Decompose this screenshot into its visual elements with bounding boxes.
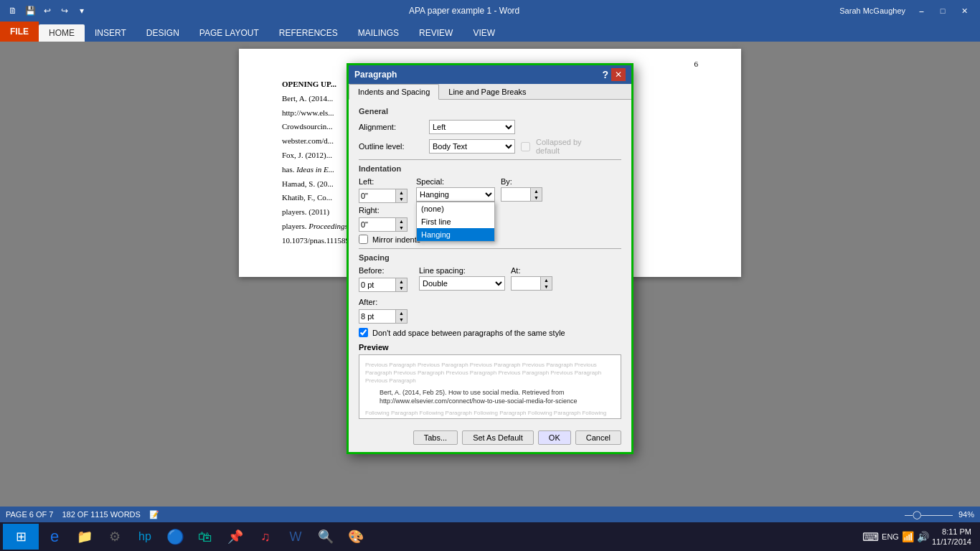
dialog-close-button[interactable]: ✕ <box>611 68 626 81</box>
undo-button[interactable]: ↩ <box>40 4 55 18</box>
dontadd-row: Don't add space between paragraphs of th… <box>359 328 621 337</box>
line-spacing-row: Line spacing: Single 1.5 lines Double At… <box>419 266 552 324</box>
tab-mailings[interactable]: MAILINGS <box>348 24 409 42</box>
at-down-button[interactable]: ▼ <box>540 283 552 290</box>
collapsed-label: Collapsed by default <box>536 138 600 155</box>
close-button[interactable]: ✕ <box>954 4 974 18</box>
ok-button[interactable]: OK <box>538 430 571 445</box>
dialog-titlebar: Paragraph ? ✕ <box>349 65 631 84</box>
tab-design[interactable]: DESIGN <box>136 24 189 42</box>
tab-view[interactable]: VIEW <box>463 24 505 42</box>
save-button[interactable]: 💾 <box>23 4 37 18</box>
indent-right-input[interactable] <box>359 218 395 231</box>
tab-indents-spacing[interactable]: Indents and Spacing <box>349 84 439 100</box>
tab-references[interactable]: REFERENCES <box>269 24 348 42</box>
at-spinbox: ▲ ▼ <box>511 276 552 291</box>
tab-review[interactable]: REVIEW <box>409 24 463 42</box>
at-input[interactable] <box>512 277 540 290</box>
tab-line-page-breaks[interactable]: Line and Page Breaks <box>439 84 535 100</box>
paragraph-dialog: Paragraph ? ✕ Indents and Spacing Line a… <box>347 63 633 454</box>
outline-level-label: Outline level: <box>359 142 423 151</box>
outline-level-row: Outline level: Body Text Collapsed by de… <box>359 138 621 155</box>
indent-right-spinbox: ▲ ▼ <box>359 217 407 232</box>
indent-left-spinbox: ▲ ▼ <box>359 189 407 203</box>
window-title: APA paper example 1 - Word <box>89 6 839 16</box>
before-up-button[interactable]: ▲ <box>395 278 407 285</box>
title-bar: 🗎 💾 ↩ ↪ ▾ APA paper example 1 - Word Sar… <box>0 0 980 22</box>
special-dropdown-open: (none) First line Hanging <box>416 202 495 242</box>
dialog-title: Paragraph <box>354 70 397 80</box>
special-option-none-visible[interactable]: (none) <box>417 202 494 215</box>
quick-access-toolbar: 🗎 💾 ↩ ↪ ▾ <box>6 4 89 18</box>
at-spinbox-buttons: ▲ ▼ <box>540 277 552 290</box>
after-up-button[interactable]: ▲ <box>395 310 407 316</box>
indentation-main-row: Left: ▲ ▼ Right: ▲ ▼ <box>359 177 621 232</box>
after-input[interactable] <box>359 310 395 323</box>
special-label: Special: <box>416 177 495 186</box>
collapsed-checkbox[interactable] <box>521 142 530 151</box>
indent-left-input[interactable] <box>359 189 395 202</box>
general-section-label: General <box>359 107 621 116</box>
line-spacing-label: Line spacing: <box>419 266 505 275</box>
tab-home[interactable]: HOME <box>39 24 85 42</box>
word-icon: 🗎 <box>6 4 20 18</box>
after-label: After: <box>359 298 407 306</box>
customize-button[interactable]: ▾ <box>75 4 89 18</box>
tab-file[interactable]: FILE <box>0 22 39 42</box>
indent-left-col: Left: ▲ ▼ Right: ▲ ▼ <box>359 177 407 232</box>
spacing-main-row: Before: ▲ ▼ After: ▲ ▼ <box>359 266 621 324</box>
minimize-button[interactable]: ‒ <box>911 4 931 18</box>
special-option-firstline-visible[interactable]: First line <box>417 215 494 228</box>
special-container: Special: (none) First line Hanging (none… <box>416 177 495 202</box>
tabs-button[interactable]: Tabs... <box>413 430 458 445</box>
special-select[interactable]: (none) First line Hanging <box>416 187 495 202</box>
dontadd-checkbox[interactable] <box>359 328 368 337</box>
dialog-tabs: Indents and Spacing Line and Page Breaks <box>349 84 631 100</box>
preview-section: Preview Previous Paragraph Previous Para… <box>359 343 621 419</box>
tab-pagelayout[interactable]: PAGE LAYOUT <box>189 24 269 42</box>
spacing-separator <box>359 248 621 249</box>
at-up-button[interactable]: ▲ <box>540 277 552 283</box>
by-down-button[interactable]: ▼ <box>530 194 542 201</box>
dontadd-label: Don't add space between paragraphs of th… <box>372 329 565 337</box>
mirror-indents-label: Mirror indents <box>372 235 420 244</box>
set-default-button[interactable]: Set As Default <box>462 430 534 445</box>
at-container: At: ▲ ▼ <box>511 266 552 291</box>
preview-prev-text: Previous Paragraph Previous Paragraph Pr… <box>365 361 615 385</box>
alignment-label: Alignment: <box>359 123 423 131</box>
after-spinbox: ▲ ▼ <box>359 309 407 324</box>
indent-left-spinbox-buttons: ▲ ▼ <box>395 189 407 202</box>
indent-right-spinbox-buttons: ▲ ▼ <box>395 218 407 231</box>
before-spinbox: ▲ ▼ <box>359 278 407 292</box>
cancel-button[interactable]: Cancel <box>575 430 621 445</box>
alignment-select[interactable]: Left <box>429 120 515 134</box>
indent-right-up-button[interactable]: ▲ <box>395 218 407 225</box>
indent-left-down-button[interactable]: ▼ <box>395 196 407 202</box>
indent-right-down-button[interactable]: ▼ <box>395 225 407 231</box>
outline-level-select[interactable]: Body Text <box>429 139 515 154</box>
redo-button[interactable]: ↪ <box>57 4 72 18</box>
mirror-indents-checkbox[interactable] <box>359 235 368 244</box>
before-down-button[interactable]: ▼ <box>395 285 407 291</box>
after-spinbox-buttons: ▲ ▼ <box>395 310 407 323</box>
spacing-section-label: Spacing <box>359 253 621 262</box>
dialog-help-button[interactable]: ? <box>602 69 608 80</box>
tab-insert[interactable]: INSERT <box>85 24 136 42</box>
by-input[interactable] <box>501 188 530 201</box>
by-up-button[interactable]: ▲ <box>530 188 542 194</box>
by-spinbox-buttons: ▲ ▼ <box>530 188 542 201</box>
indentation-section-label: Indentation <box>359 164 621 173</box>
before-label: Before: <box>359 266 407 275</box>
restore-button[interactable]: □ <box>933 4 953 18</box>
indent-left-label: Left: <box>359 177 407 186</box>
before-input[interactable] <box>359 278 395 291</box>
indent-left-up-button[interactable]: ▲ <box>395 189 407 196</box>
general-separator <box>359 159 621 160</box>
after-down-button[interactable]: ▼ <box>395 316 407 323</box>
dialog-footer: Tabs... Set As Default OK Cancel <box>349 426 631 452</box>
line-spacing-select[interactable]: Single 1.5 lines Double At least Exactly… <box>419 276 505 291</box>
dialog-body: General Alignment: Left Outline level: B… <box>349 100 631 426</box>
alignment-row: Alignment: Left <box>359 120 621 134</box>
special-option-hanging-visible[interactable]: Hanging <box>417 228 494 241</box>
by-container: By: ▲ ▼ <box>501 177 542 202</box>
